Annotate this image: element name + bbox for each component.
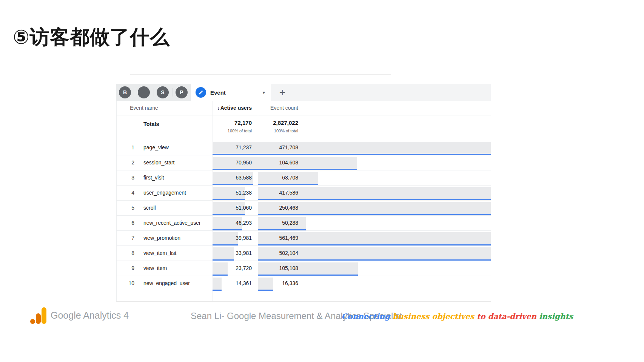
event-count-cell: 50,288 [258, 216, 491, 230]
table-row: 3 first_visit 63,588 63,708 [116, 170, 491, 186]
active-users-value: 46,293 [236, 216, 252, 230]
logo-tall-bar [42, 307, 46, 324]
event-name: new_recent_active_user [143, 216, 201, 230]
segment-chip-b[interactable]: B [119, 86, 131, 98]
event-count-cell: 561,469 [258, 231, 491, 245]
table-row: 8 view_item_list 33,981 502,104 [116, 246, 491, 261]
event-name: view_promotion [143, 231, 180, 245]
active-users-cell: 51,238 [213, 186, 258, 200]
segment-chip-p[interactable]: P [176, 86, 188, 98]
header-active-users-label: Active users [220, 105, 252, 111]
event-name: page_view [143, 140, 169, 155]
active-users-value: 51,060 [236, 201, 252, 215]
totals-label: Totals [143, 121, 159, 127]
active-users-cell: 63,588 [213, 170, 258, 185]
active-users-value: 71,237 [236, 140, 252, 155]
event-count-cell: 417,586 [258, 186, 491, 200]
row-index: 5 [116, 201, 134, 215]
table-row: 9 view_item 23,720 105,108 [116, 261, 491, 276]
tab-strip-right: + [271, 84, 491, 101]
active-users-value: 70,950 [236, 155, 252, 170]
table-row: 7 view_promotion 39,981 561,469 [116, 231, 491, 246]
event-count-value: 63,708 [282, 170, 298, 185]
header-active-users[interactable]: ↓Active users [213, 101, 252, 115]
event-name: first_visit [143, 170, 164, 185]
active-users-value: 23,720 [236, 261, 252, 276]
ga4-report: + Event ▾ BSP Event name ↓Active users E… [116, 84, 491, 302]
row-index: 3 [116, 170, 134, 185]
active-users-cell: 71,237 [213, 140, 258, 155]
event-count-cell: 105,108 [258, 261, 491, 276]
event-count-value: 250,468 [279, 201, 298, 215]
event-name: session_start [143, 155, 174, 170]
table-row: 1 page_view 71,237 471,708 [116, 140, 491, 155]
active-users-cell: 46,293 [213, 216, 258, 230]
table-row: 2 session_start 70,950 104,608 [116, 155, 491, 170]
event-count-value: 105,108 [279, 261, 298, 276]
tab-event-label: Event [210, 89, 226, 96]
row-index: 4 [116, 186, 134, 200]
table-row: 5 scroll 51,060 250,468 [116, 201, 491, 216]
event-count-value: 502,104 [279, 246, 298, 261]
google-analytics-logo-icon [30, 307, 47, 324]
table-row: 4 user_engagement 51,238 417,586 [116, 186, 491, 201]
totals-event-count: 2,827,022 100% of total [258, 120, 298, 133]
table-left-border [116, 101, 117, 301]
active-users-cell: 23,720 [213, 261, 258, 276]
active-users-value: 63,588 [236, 170, 252, 185]
event-name: user_engagement [143, 186, 186, 200]
event-count-cell: 104,608 [258, 155, 491, 170]
event-count-cell: 16,336 [258, 276, 491, 291]
event-count-cell: 471,708 [258, 140, 491, 155]
chip-divider [135, 88, 135, 97]
totals-row: Totals 72,170 100% of total 2,827,022 10… [116, 115, 491, 140]
tab-event[interactable]: Event ▾ [191, 84, 271, 101]
row-index: 7 [116, 231, 134, 245]
tab-strip: + Event ▾ BSP [116, 84, 491, 101]
chip-divider [154, 88, 154, 97]
tagline-word: Connecting [341, 312, 393, 321]
event-name: scroll [143, 201, 156, 215]
table-header-row: Event name ↓Active users Event count [116, 101, 491, 115]
totals-event-count-value: 2,827,022 [258, 120, 298, 126]
header-event-name[interactable]: Event name [130, 101, 158, 115]
totals-event-count-sub: 100% of total [258, 129, 298, 133]
totals-active-users-value: 72,170 [213, 120, 252, 126]
active-users-value: 33,981 [236, 246, 252, 261]
event-count-cell: 250,468 [258, 201, 491, 215]
event-count-bar [258, 278, 273, 291]
active-users-cell: 33,981 [213, 246, 258, 261]
segment-chip-blank[interactable] [138, 86, 150, 98]
tagline-word: business objectives [393, 312, 477, 321]
logo-mid-bar [36, 313, 41, 324]
totals-active-users-sub: 100% of total [213, 129, 252, 133]
active-users-bar [213, 247, 234, 261]
active-users-cell: 51,060 [213, 201, 258, 215]
logo-dot [30, 319, 35, 324]
active-users-bar [213, 278, 222, 291]
segment-chip-s[interactable]: S [157, 86, 169, 98]
event-count-value: 16,336 [282, 276, 298, 291]
chip-divider [173, 88, 173, 97]
event-count-cell: 63,708 [258, 170, 491, 185]
active-users-value: 14,361 [236, 276, 252, 291]
tagline-word: insights [539, 312, 573, 321]
event-count-value: 561,469 [279, 231, 298, 245]
row-index: 9 [116, 261, 134, 276]
event-count-value: 471,708 [279, 140, 298, 155]
active-users-value: 51,238 [236, 186, 252, 200]
row-index: 8 [116, 246, 134, 261]
row-index: 10 [116, 276, 134, 291]
tagline-word: data-driven [488, 312, 539, 321]
active-users-cell: 70,950 [213, 155, 258, 170]
table-body: 1 page_view 71,237 471,708 2 session_sta… [116, 140, 491, 291]
event-count-value: 104,608 [279, 155, 298, 170]
header-event-count[interactable]: Event count [258, 101, 298, 115]
event-count-value: 417,586 [279, 186, 298, 200]
sort-desc-icon: ↓ [217, 105, 220, 111]
add-tab-button[interactable]: + [276, 86, 289, 99]
tagline-word: to [477, 312, 488, 321]
row-index: 1 [116, 140, 134, 155]
active-users-cell: 39,981 [213, 231, 258, 245]
active-users-bar [213, 262, 228, 276]
